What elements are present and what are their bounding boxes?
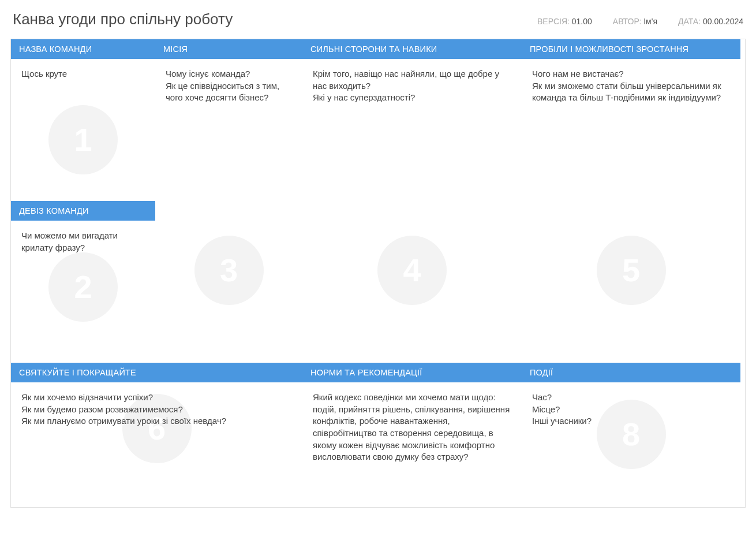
text-celebrate: Як ми хочемо відзначити успіхи? Як ми бу… xyxy=(21,392,292,427)
cell-body-celebrate: 6 Як ми хочемо відзначити успіхи? Як ми … xyxy=(11,382,302,507)
cell-header-team-motto: ДЕВІЗ КОМАНДИ xyxy=(11,201,155,221)
cell-header-events: ПОДІЇ xyxy=(522,363,740,382)
date-label: ДАТА: xyxy=(678,17,701,26)
text-gaps: Чого нам не вистачає? Як ми зможемо стат… xyxy=(532,68,730,104)
cell-mission: МІСІЯ 3 Чому існує команда? Як це співві… xyxy=(155,39,302,363)
cell-header-celebrate: СВЯТКУЙТЕ І ПОКРАЩАЙТЕ xyxy=(11,363,302,382)
version-value: 01.00 xyxy=(572,17,592,26)
cell-body-norms: Який кодекс поведінки ми хочемо мати щод… xyxy=(302,382,522,507)
watermark-5: 5 xyxy=(597,236,666,305)
cell-team-motto: ДЕВІЗ КОМАНДИ 2 Чи можемо ми вигадати кр… xyxy=(11,201,155,363)
text-mission: Чому існує команда? Як це співвідноситьс… xyxy=(166,68,292,104)
text-strengths: Крім того, навіщо нас найняли, що ще доб… xyxy=(313,68,511,104)
text-team-motto: Чи можемо ми вигадати крилату фразу? xyxy=(21,230,145,254)
cell-header-gaps: ПРОБІЛИ І МОЖЛИВОСТІ ЗРОСТАННЯ xyxy=(522,39,740,59)
cell-team-name: НАЗВА КОМАНДИ 1 Щось круте xyxy=(11,39,155,201)
author-field: АВТОР: Ім'я xyxy=(613,17,657,26)
cell-gaps: ПРОБІЛИ І МОЖЛИВОСТІ ЗРОСТАННЯ 5 Чого на… xyxy=(522,39,740,363)
cell-body-strengths: 4 Крім того, навіщо нас найняли, що ще д… xyxy=(302,59,522,363)
cell-body-gaps: 5 Чого нам не вистачає? Як ми зможемо ст… xyxy=(522,59,740,363)
version-label: ВЕРСІЯ: xyxy=(537,17,570,26)
watermark-1: 1 xyxy=(48,105,118,174)
cell-body-team-name: 1 Щось круте xyxy=(11,59,155,201)
cell-body-events: 8 Час? Місце? Інші учасники? xyxy=(522,382,740,507)
cell-header-strengths: СИЛЬНІ СТОРОНИ ТА НАВИКИ xyxy=(302,39,522,59)
cell-header-norms: НОРМИ ТА РЕКОМЕНДАЦІЇ xyxy=(302,363,522,382)
date-value: 00.00.2024 xyxy=(703,17,743,26)
cell-header-mission: МІСІЯ xyxy=(155,39,302,59)
cell-events: ПОДІЇ 8 Час? Місце? Інші учасники? xyxy=(522,363,740,507)
cell-body-team-motto: 2 Чи можемо ми вигадати крилату фразу? xyxy=(11,221,155,363)
text-team-name: Щось круте xyxy=(21,68,145,80)
version-field: ВЕРСІЯ: 01.00 xyxy=(537,17,592,26)
cell-header-team-name: НАЗВА КОМАНДИ xyxy=(11,39,155,59)
cell-body-mission: 3 Чому існує команда? Як це співвідносит… xyxy=(155,59,302,363)
watermark-3: 3 xyxy=(194,236,264,305)
cell-strengths: СИЛЬНІ СТОРОНИ ТА НАВИКИ 4 Крім того, на… xyxy=(302,39,522,363)
watermark-4: 4 xyxy=(377,236,447,305)
date-field: ДАТА: 00.00.2024 xyxy=(678,17,743,26)
author-value: Ім'я xyxy=(643,17,657,26)
cell-celebrate: СВЯТКУЙТЕ І ПОКРАЩАЙТЕ 6 Як ми хочемо ві… xyxy=(11,363,302,507)
text-events: Час? Місце? Інші учасники? xyxy=(532,392,730,427)
canvas-grid: НАЗВА КОМАНДИ 1 Щось круте ДЕВІЗ КОМАНДИ… xyxy=(10,39,746,508)
author-label: АВТОР: xyxy=(613,17,641,26)
watermark-2: 2 xyxy=(48,252,118,322)
cell-norms: НОРМИ ТА РЕКОМЕНДАЦІЇ Який кодекс поведі… xyxy=(302,363,522,507)
page-header: Канва угоди про спільну роботу ВЕРСІЯ: 0… xyxy=(10,10,746,28)
text-norms: Який кодекс поведінки ми хочемо мати щод… xyxy=(313,392,511,463)
page-meta: ВЕРСІЯ: 01.00 АВТОР: Ім'я ДАТА: 00.00.20… xyxy=(537,17,743,26)
page-title: Канва угоди про спільну роботу xyxy=(13,10,233,28)
